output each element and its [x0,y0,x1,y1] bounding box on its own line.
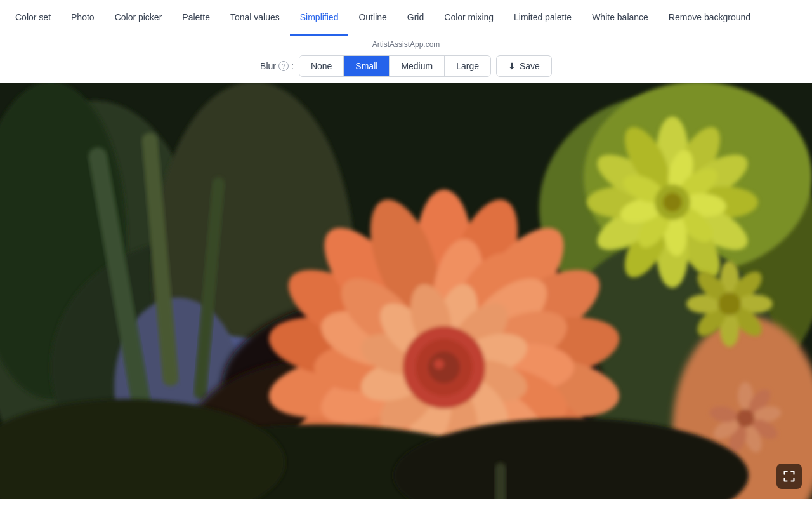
blur-help-icon[interactable]: ? [278,61,289,71]
nav-item-tonal-values[interactable]: Tonal values [220,0,290,36]
fullscreen-button[interactable] [776,464,802,489]
nav-item-color-set[interactable]: Color set [5,0,61,36]
save-icon: ⬇ [508,61,516,71]
svg-point-98 [718,293,741,316]
svg-rect-111 [495,463,506,500]
flower-image [0,83,812,499]
svg-point-107 [737,410,754,427]
nav-item-white-balance[interactable]: White balance [582,0,658,36]
blur-medium-button[interactable]: Medium [390,56,445,76]
nav-item-palette[interactable]: Palette [172,0,220,36]
blur-large-button[interactable]: Large [445,56,490,76]
app-subtitle: ArtistAssistApp.com [372,40,440,49]
nav-item-limited-palette[interactable]: Limited palette [504,0,582,36]
blur-label: Blur ? : [260,61,294,71]
nav-item-photo[interactable]: Photo [61,0,105,36]
nav-item-color-picker[interactable]: Color picker [105,0,173,36]
blur-small-button[interactable]: Small [344,56,390,76]
blur-button-group: None Small Medium Large [299,55,491,77]
subtitle-bar: ArtistAssistApp.com [0,36,812,51]
save-label: Save [520,61,540,71]
svg-point-89 [663,193,682,212]
nav-item-color-mixing[interactable]: Color mixing [434,0,504,36]
svg-point-66 [428,352,460,384]
nav-item-remove-background[interactable]: Remove background [658,0,761,36]
controls-bar: Blur ? : None Small Medium Large ⬇ Save [0,51,812,83]
save-button[interactable]: ⬇ Save [496,55,552,77]
svg-point-67 [434,359,444,370]
nav-item-simplified[interactable]: Simplified [290,0,349,36]
flower-svg-overlay [0,83,812,499]
nav-item-grid[interactable]: Grid [397,0,434,36]
blur-none-button[interactable]: None [299,56,344,76]
image-area [0,83,812,499]
nav-item-outline[interactable]: Outline [348,0,396,36]
top-navigation: Color set Photo Color picker Palette Ton… [0,0,812,36]
